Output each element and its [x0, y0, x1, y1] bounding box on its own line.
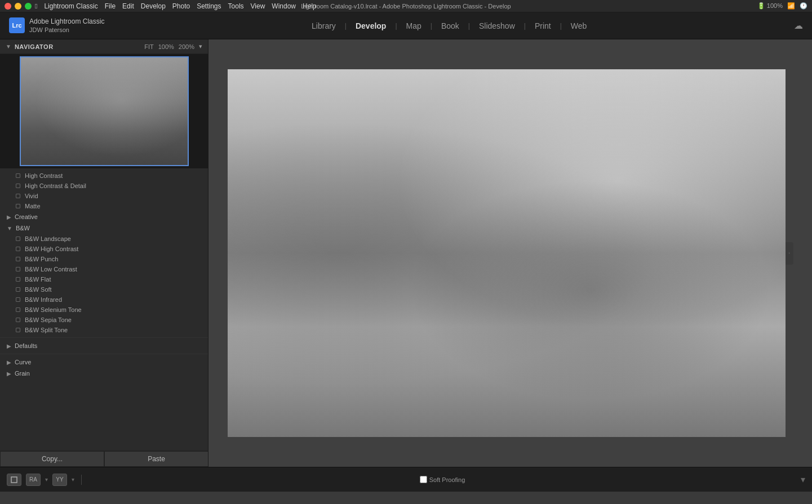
- preset-dot-icon: [16, 307, 20, 312]
- paste-button[interactable]: Paste: [104, 451, 208, 467]
- nav-preview: [0, 54, 208, 168]
- list-item[interactable]: B&W Split Tone: [0, 325, 208, 335]
- nav-sep-4: |: [468, 22, 470, 30]
- svg-rect-44: [596, 407, 610, 414]
- window-title: Lightroom Catalog-v10.lrcat - Adobe Phot…: [301, 3, 511, 10]
- svg-rect-37: [583, 272, 611, 362]
- preset-item-label: B&W Infrared: [25, 296, 62, 303]
- nav-preview-image: [20, 56, 189, 166]
- preset-dot-icon: [16, 204, 20, 208]
- soft-proofing-checkbox-label[interactable]: Soft Proofing: [420, 476, 465, 483]
- zoom-dropdown[interactable]: ▾: [199, 43, 202, 50]
- menu-view[interactable]: View: [251, 2, 265, 10]
- svg-rect-28: [295, 182, 302, 437]
- menu-apple[interactable]: : [35, 2, 37, 10]
- preset-group-grain[interactable]: ▶ Grain: [0, 368, 208, 379]
- svg-rect-39: [607, 224, 624, 261]
- zoom-100[interactable]: 100%: [158, 43, 174, 50]
- nav-tabs: Library | Develop | Map | Book | Slidesh…: [305, 19, 593, 33]
- zoom-fit[interactable]: FIT: [144, 43, 154, 50]
- menu-file[interactable]: File: [105, 2, 116, 10]
- tab-slideshow[interactable]: Slideshow: [472, 19, 522, 33]
- svg-point-35: [575, 213, 618, 275]
- copy-button[interactable]: Copy...: [0, 451, 104, 467]
- preset-dot-icon: [16, 318, 20, 322]
- menu-tools[interactable]: Tools: [228, 2, 244, 10]
- minimize-button[interactable]: [15, 3, 21, 10]
- navigator-collapse-arrow[interactable]: ▼: [6, 43, 11, 50]
- svg-rect-45: [594, 414, 596, 422]
- copy-paste-area: Copy... Paste: [0, 451, 208, 467]
- preset-dot-icon: [16, 173, 20, 178]
- menu-photo[interactable]: Photo: [172, 2, 190, 10]
- preset-item-label: High Contrast & Detail: [25, 182, 86, 189]
- svg-point-22: [667, 137, 786, 249]
- svg-point-33: [574, 157, 614, 190]
- tab-develop[interactable]: Develop: [349, 19, 393, 33]
- list-item[interactable]: B&W Landscape: [0, 234, 208, 244]
- soft-proofing-checkbox[interactable]: [420, 476, 427, 483]
- list-item[interactable]: High Contrast: [0, 171, 208, 181]
- group-label: Creative: [15, 213, 38, 220]
- preset-group-creative[interactable]: ▶ Creative: [0, 211, 208, 222]
- menu-lightroom[interactable]: Lightroom Classic: [44, 2, 97, 10]
- tab-map[interactable]: Map: [400, 19, 428, 33]
- titlebar-left:  Lightroom Classic File Edit Develop Ph…: [5, 2, 317, 10]
- menu-settings[interactable]: Settings: [197, 2, 221, 10]
- crop-tool-button[interactable]: [7, 474, 21, 486]
- svg-rect-42: [597, 362, 613, 413]
- list-item[interactable]: High Contrast & Detail: [0, 181, 208, 191]
- toolbar-expand-icon[interactable]: ▾: [801, 475, 805, 484]
- tab-book[interactable]: Book: [434, 19, 466, 33]
- list-item[interactable]: B&W Flat: [0, 274, 208, 284]
- close-button[interactable]: [5, 3, 11, 10]
- yy-dropdown-arrow[interactable]: ▾: [72, 476, 74, 483]
- menu-develop[interactable]: Develop: [141, 2, 166, 10]
- toolbar-right: ▾: [801, 474, 805, 485]
- svg-point-15: [369, 69, 650, 227]
- ra-dropdown-arrow[interactable]: ▾: [45, 476, 48, 483]
- traffic-lights[interactable]: [5, 3, 32, 10]
- preset-list[interactable]: High Contrast High Contrast & Detail Viv…: [0, 168, 208, 451]
- titlebar:  Lightroom Classic File Edit Develop Ph…: [0, 0, 812, 12]
- zoom-200[interactable]: 200%: [179, 43, 194, 50]
- list-item[interactable]: Vivid: [0, 191, 208, 201]
- maximize-button[interactable]: [25, 3, 32, 10]
- svg-rect-47: [11, 477, 17, 483]
- preset-item-label: High Contrast: [25, 172, 63, 179]
- tab-library[interactable]: Library: [305, 19, 343, 33]
- svg-rect-25: [228, 396, 786, 437]
- svg-rect-36: [577, 221, 594, 278]
- svg-rect-38: [563, 226, 584, 267]
- preset-group-bw[interactable]: ▼ B&W: [0, 222, 208, 234]
- tab-web[interactable]: Web: [564, 19, 594, 33]
- preset-dot-icon: [16, 267, 20, 271]
- group-arrow-icon: ▶: [7, 343, 11, 349]
- svg-point-20: [318, 109, 476, 233]
- tab-print[interactable]: Print: [528, 19, 558, 33]
- preset-item-label: B&W Punch: [25, 256, 58, 262]
- list-item[interactable]: B&W Sepia Tone: [0, 315, 208, 325]
- list-item[interactable]: Matte: [0, 201, 208, 211]
- menu-edit[interactable]: Edit: [122, 2, 134, 10]
- preset-group-curve[interactable]: ▶ Curve: [0, 356, 208, 368]
- list-item[interactable]: B&W Soft: [0, 284, 208, 295]
- svg-rect-13: [228, 69, 786, 437]
- list-item[interactable]: B&W High Contrast: [0, 244, 208, 254]
- battery-icon: 🔋 100%: [757, 2, 783, 10]
- list-item[interactable]: B&W Low Contrast: [0, 264, 208, 274]
- navigator-header: ▼ Navigator FIT 100% 200% ▾: [0, 39, 208, 54]
- soft-proofing-label: Soft Proofing: [429, 476, 465, 483]
- list-item[interactable]: B&W Punch: [0, 254, 208, 264]
- ra-button-1[interactable]: RA: [26, 474, 41, 486]
- cloud-sync-icon[interactable]: ☁: [794, 20, 803, 31]
- preset-group-defaults[interactable]: ▶ Defaults: [0, 340, 208, 351]
- time-icon: 🕐: [800, 2, 807, 10]
- menu-window[interactable]: Window: [272, 2, 296, 10]
- yy-button[interactable]: YY: [52, 474, 67, 486]
- list-item[interactable]: B&W Infrared: [0, 295, 208, 305]
- preset-dot-icon: [16, 287, 20, 292]
- list-item[interactable]: B&W Selenium Tone: [0, 305, 208, 315]
- right-panel-toggle[interactable]: ›: [786, 242, 793, 265]
- chevron-left-icon: ›: [788, 251, 790, 256]
